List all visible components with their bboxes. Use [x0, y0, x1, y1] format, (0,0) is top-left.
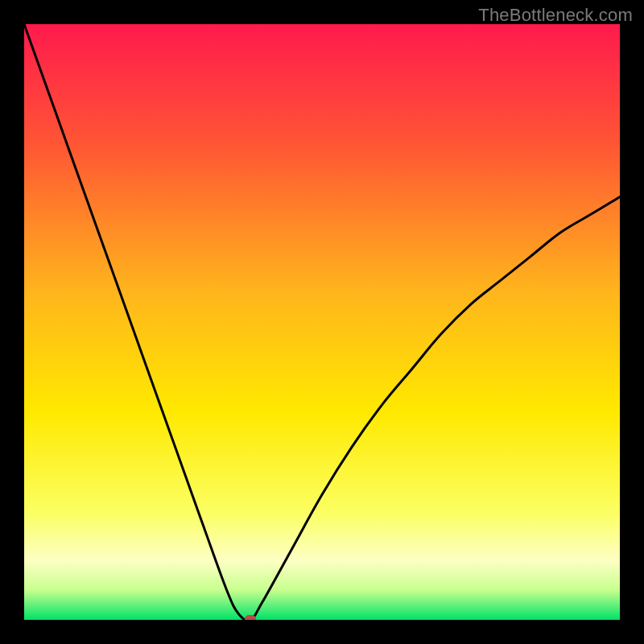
bottleneck-curve — [24, 24, 620, 620]
optimum-marker — [245, 615, 256, 620]
plot-area — [24, 24, 620, 620]
watermark-text: TheBottleneck.com — [478, 5, 633, 26]
chart-frame: TheBottleneck.com — [0, 0, 644, 644]
curve-layer — [24, 24, 620, 620]
